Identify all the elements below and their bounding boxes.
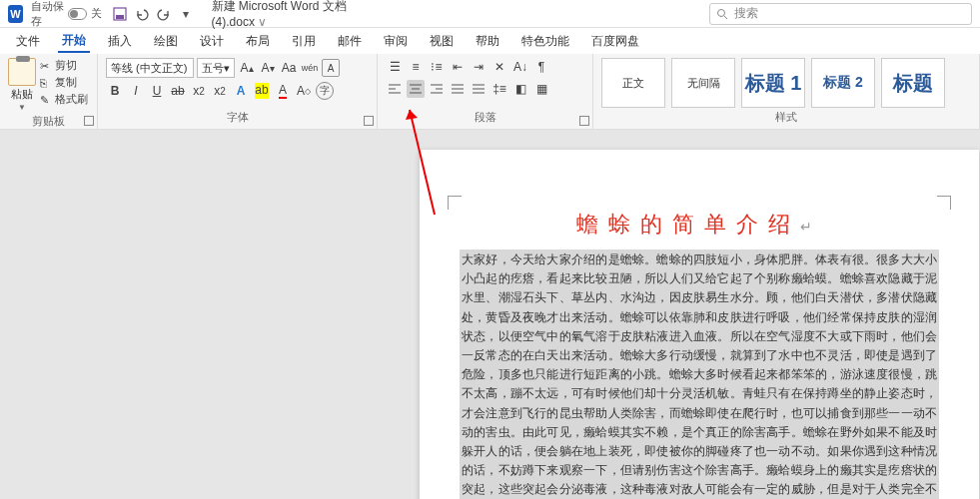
bold-button[interactable]: B xyxy=(106,82,124,100)
clipboard-dialog-launcher[interactable] xyxy=(84,116,94,126)
align-center-button[interactable] xyxy=(407,80,425,98)
page: 蟾蜍的简单介绍↵ 大家好，今天给大家介绍的是蟾蜍。蟾蜍的四肢短小，身体肥胖。体表… xyxy=(420,150,979,499)
menu-insert[interactable]: 插入 xyxy=(104,31,136,52)
font-color-button[interactable]: A xyxy=(274,82,292,100)
menu-special[interactable]: 特色功能 xyxy=(517,31,573,52)
margin-corner-tl xyxy=(448,196,462,210)
font-size-select[interactable]: 五号▾ xyxy=(197,58,235,78)
font-name-select[interactable]: 等线 (中文正文) xyxy=(106,58,194,78)
style-heading1[interactable]: 标题 1 xyxy=(741,58,805,108)
menu-references[interactable]: 引用 xyxy=(288,31,320,52)
style-nospace[interactable]: 无间隔 xyxy=(671,58,735,108)
phonetic-button[interactable]: wén xyxy=(301,59,319,77)
style-normal[interactable]: 正文 xyxy=(601,58,665,108)
menu-layout[interactable]: 布局 xyxy=(242,31,274,52)
search-icon xyxy=(716,8,728,20)
document-body[interactable]: 大家好，今天给大家介绍的是蟾蜍。蟾蜍的四肢短小，身体肥胖。体表有很。很多大大小小… xyxy=(460,250,939,499)
autosave-label: 自动保存 xyxy=(31,0,64,29)
sort-button[interactable]: A↓ xyxy=(511,58,529,76)
document-canvas[interactable]: 蟾蜍的简单介绍↵ 大家好，今天给大家介绍的是蟾蜍。蟾蜍的四肢短小，身体肥胖。体表… xyxy=(0,130,980,499)
style-heading2[interactable]: 标题 2 xyxy=(811,58,875,108)
align-left-button[interactable] xyxy=(386,80,404,98)
svg-rect-1 xyxy=(116,15,124,19)
decrease-indent-button[interactable]: ⇤ xyxy=(449,58,467,76)
increase-indent-button[interactable]: ⇥ xyxy=(470,58,488,76)
svg-line-3 xyxy=(724,16,727,19)
paste-icon xyxy=(8,58,36,86)
menu-file[interactable]: 文件 xyxy=(12,31,44,52)
shrink-font-button[interactable]: A▾ xyxy=(259,59,277,77)
asian-layout-button[interactable]: ✕ xyxy=(490,58,508,76)
svg-point-2 xyxy=(717,9,724,16)
scissors-icon: ✂ xyxy=(40,60,52,72)
autosave-state: 关 xyxy=(91,6,102,21)
search-placeholder: 搜索 xyxy=(734,5,758,22)
paragraph-group-label: 段落 xyxy=(386,110,584,125)
style-title[interactable]: 标题 xyxy=(881,58,945,108)
char-border-button[interactable]: A xyxy=(322,59,340,77)
strikethrough-button[interactable]: ab xyxy=(169,82,187,100)
brush-icon: ✎ xyxy=(40,94,52,106)
format-painter-button[interactable]: ✎格式刷 xyxy=(40,92,88,107)
superscript-button[interactable]: x2 xyxy=(211,82,229,100)
paste-button[interactable]: 粘贴 ▼ xyxy=(8,58,36,112)
clipboard-group-label: 剪贴板 xyxy=(8,114,89,129)
menu-view[interactable]: 视图 xyxy=(426,31,458,52)
subscript-button[interactable]: x2 xyxy=(190,82,208,100)
copy-icon: ⎘ xyxy=(40,77,52,89)
margin-corner-tr xyxy=(937,196,951,210)
toggle-icon xyxy=(68,8,87,20)
paragraph-dialog-launcher[interactable] xyxy=(579,116,589,126)
menu-design[interactable]: 设计 xyxy=(196,31,228,52)
highlight-button[interactable]: ab xyxy=(253,82,271,100)
undo-button[interactable] xyxy=(134,6,150,22)
borders-button[interactable]: ▦ xyxy=(532,80,550,98)
save-button[interactable] xyxy=(112,6,128,22)
font-group-label: 字体 xyxy=(106,110,369,125)
menu-mail[interactable]: 邮件 xyxy=(334,31,366,52)
menu-baidu[interactable]: 百度网盘 xyxy=(587,31,643,52)
italic-button[interactable]: I xyxy=(127,82,145,100)
word-app-icon: W xyxy=(8,5,23,23)
styles-group-label: 样式 xyxy=(601,110,971,125)
autosave-toggle[interactable]: 自动保存 关 xyxy=(31,0,102,29)
enclose-char-button[interactable]: 字 xyxy=(316,82,334,100)
text-effects-button[interactable]: A xyxy=(232,82,250,100)
show-marks-button[interactable]: ¶ xyxy=(532,58,550,76)
underline-button[interactable]: U xyxy=(148,82,166,100)
align-right-button[interactable] xyxy=(428,80,446,98)
menu-home[interactable]: 开始 xyxy=(58,30,90,53)
grow-font-button[interactable]: A▴ xyxy=(238,59,256,77)
cut-button[interactable]: ✂剪切 xyxy=(40,58,88,73)
document-heading[interactable]: 蟾蜍的简单介绍↵ xyxy=(460,210,939,240)
clear-format-button[interactable]: A◇ xyxy=(295,82,313,100)
multilevel-button[interactable]: ⁝≡ xyxy=(428,58,446,76)
menu-help[interactable]: 帮助 xyxy=(472,31,503,52)
numbering-button[interactable]: ≡ xyxy=(407,58,425,76)
menu-review[interactable]: 审阅 xyxy=(380,31,412,52)
change-case-button[interactable]: Aa xyxy=(280,59,298,77)
distribute-button[interactable] xyxy=(470,80,488,98)
copy-button[interactable]: ⎘复制 xyxy=(40,75,88,90)
font-dialog-launcher[interactable] xyxy=(364,116,374,126)
justify-button[interactable] xyxy=(449,80,467,98)
line-spacing-button[interactable]: ‡≡ xyxy=(490,80,508,98)
document-title[interactable]: 新建 Microsoft Word 文档 (4).docx ∨ xyxy=(212,0,370,29)
qat-dropdown[interactable]: ▾ xyxy=(178,6,194,22)
search-input[interactable]: 搜索 xyxy=(709,3,972,25)
shading-button[interactable]: ◧ xyxy=(511,80,529,98)
menu-draw[interactable]: 绘图 xyxy=(150,31,182,52)
redo-button[interactable] xyxy=(156,6,172,22)
bullets-button[interactable]: ☰ xyxy=(386,58,404,76)
